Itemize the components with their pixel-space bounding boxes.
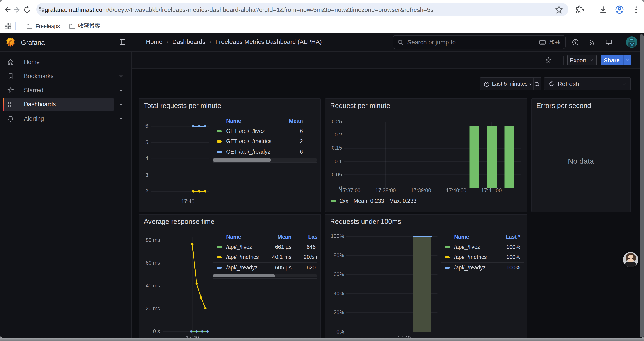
legend-row[interactable]: GET /api/_/readyz6 (212, 146, 317, 157)
page-scrollbar[interactable] (640, 34, 643, 337)
legend-series-name[interactable]: GET /api/_/metrics (226, 138, 272, 145)
panel-request-per-minute[interactable]: Request per minute0.250.20.150.10.05017:… (325, 98, 528, 212)
breadcrumb-item[interactable]: Home (146, 38, 162, 45)
chevron-down-icon[interactable] (118, 112, 124, 125)
legend-bottom-border (212, 278, 317, 279)
axis-tick-label: 0.05 (324, 171, 342, 178)
profile-icon[interactable] (615, 5, 624, 15)
sidebar-item-home[interactable]: Home (3, 55, 114, 69)
legend-series-name[interactable]: 2xx (340, 198, 348, 204)
site-info-icon[interactable] (38, 6, 45, 13)
export-button[interactable]: Export (567, 55, 597, 65)
back-icon[interactable] (3, 5, 12, 14)
panel-total-requests-per-minute[interactable]: Total requests per minute6543217:40NameM… (138, 98, 321, 212)
blue-series-pill (216, 267, 222, 269)
blue-series-pill (444, 267, 450, 269)
legend-col-header[interactable]: Name (226, 234, 241, 240)
legend-row[interactable]: /api/_/metrics40.1 ms20.5 ms (212, 252, 317, 262)
legend-col-header[interactable]: Last * (494, 234, 520, 240)
legend-value: 661 µs (261, 244, 292, 250)
panel-average-response-time[interactable]: Average response time80 ms60 ms40 ms20 m… (138, 214, 321, 338)
grafana-brand-title[interactable]: Grafana (21, 39, 45, 46)
axis-tick-label: 0% (326, 328, 344, 335)
axis-tick-label: 4 (131, 156, 148, 162)
address-bar[interactable]: grafana.mathmast.com/d/deytv4rwavabkb/fr… (36, 3, 568, 16)
share-dropdown-button[interactable] (624, 55, 631, 65)
legend-row[interactable]: /api/_/livez100% (440, 242, 524, 252)
panel-requests-under-100ms[interactable]: Requests under 100ms100%80%60%40%20%0%17… (325, 214, 527, 338)
extensions-icon[interactable] (575, 5, 584, 15)
legend-scrollbar[interactable] (212, 157, 317, 162)
monitor-icon[interactable] (605, 39, 612, 46)
axis-tick-label: 40 ms (142, 283, 160, 289)
share-button[interactable]: Share (600, 55, 623, 65)
bookmark-star-icon[interactable] (554, 5, 564, 14)
sidebar-item-bookmarks[interactable]: Bookmarks (3, 70, 114, 83)
bookmark-item[interactable]: 收藏博客 (68, 22, 100, 31)
sidebar-item-dashboards[interactable]: Dashboards (3, 98, 114, 111)
sidebar-toggle-icon[interactable] (119, 38, 126, 46)
user-avatar[interactable] (626, 37, 638, 48)
bookmark-item[interactable]: Freeleaps (26, 22, 60, 31)
legend-series-name[interactable]: GET /api/_/livez (226, 128, 265, 134)
legend-header-row: NameMeanLast * (212, 232, 317, 242)
legend-series-name[interactable]: /api/_/metrics (226, 254, 259, 260)
forward-icon[interactable] (13, 5, 22, 14)
chevron-down-icon[interactable] (118, 84, 124, 97)
legend-series-name[interactable]: GET /api/_/readyz (226, 149, 270, 155)
panel-errors-per-second[interactable]: Errors per secondNo data (531, 98, 631, 212)
legend-scrollbar[interactable] (212, 272, 317, 278)
download-icon[interactable] (598, 5, 608, 15)
axis-tick-label: 100% (326, 233, 344, 239)
chevron-down-icon[interactable] (118, 98, 124, 111)
refresh-label[interactable]: Refresh (558, 80, 579, 87)
axis-tick-label: 0.25 (324, 119, 342, 125)
legend-scrollbar-thumb[interactable] (212, 158, 271, 162)
legend-header-row: NameLast * (440, 232, 524, 242)
legend-value: 100% (490, 244, 520, 250)
url-text[interactable]: grafana.mathmast.com/d/deytv4rwavabkb/fr… (45, 6, 433, 13)
apps-grid-icon[interactable] (4, 22, 12, 30)
legend-series-name[interactable]: /api/_/readyz (226, 265, 258, 271)
legend-col-header[interactable]: Mean (277, 118, 303, 124)
legend-row[interactable]: /api/_/readyz100% (440, 262, 524, 272)
legend-row[interactable]: GET /api/_/livez6 (212, 126, 317, 136)
legend-series-name[interactable]: /api/_/metrics (454, 254, 487, 260)
chevron-down-icon (625, 58, 630, 63)
breadcrumb: Home›Dashboards›Freeleaps Metrics Dashbo… (146, 38, 322, 45)
axis-tick-label: 3 (131, 172, 148, 178)
legend-series-name[interactable]: /api/_/readyz (454, 265, 486, 271)
star-dashboard-icon[interactable] (545, 57, 552, 64)
sidebar-item-label: Starred (24, 87, 44, 94)
time-range-label[interactable]: Last 5 minutes (492, 81, 528, 87)
legend-col-header[interactable]: Name (454, 234, 469, 240)
legend-row[interactable]: /api/_/metrics100% (440, 252, 524, 262)
chevron-down-icon[interactable] (118, 70, 124, 83)
axis-tick-label: 17:39:00 (408, 187, 434, 193)
search-input[interactable]: Search or jump to... ⌘+k (393, 35, 566, 49)
breadcrumb-item[interactable]: Freeleaps Metrics Dashboard (ALPHA) (215, 38, 322, 45)
yellow-series-pill (444, 256, 450, 258)
profile-avatar-float[interactable] (623, 252, 638, 267)
chevron-down-icon[interactable] (622, 82, 626, 87)
rss-icon[interactable] (588, 39, 596, 46)
zoom-out-icon[interactable] (534, 81, 540, 87)
legend-row[interactable]: GET /api/_/metrics2 (212, 136, 317, 146)
help-icon[interactable] (572, 39, 579, 46)
legend-series-name[interactable]: /api/_/livez (226, 244, 252, 250)
legend-row[interactable]: /api/_/readyz605 µs620 µs (212, 262, 317, 272)
sidebar-item-starred[interactable]: Starred (3, 84, 114, 97)
yellow-series-pill (216, 140, 222, 142)
menu-dots-icon[interactable] (631, 5, 641, 15)
legend-row[interactable]: /api/_/livez661 µs646 µs (212, 242, 317, 252)
legend-value: 100% (490, 254, 520, 260)
sidebar-item-alerting[interactable]: Alerting (3, 112, 114, 125)
legend-col-header[interactable]: Name (226, 118, 241, 124)
legend-col-header[interactable]: Last * (297, 234, 317, 240)
legend-col-header[interactable]: Mean (265, 234, 292, 240)
axis-tick-label: 17:41:00 (478, 187, 504, 193)
breadcrumb-item[interactable]: Dashboards (172, 38, 206, 45)
legend-series-name[interactable]: /api/_/livez (454, 244, 480, 250)
reload-icon[interactable] (22, 5, 31, 14)
legend-scrollbar-thumb[interactable] (212, 274, 275, 277)
